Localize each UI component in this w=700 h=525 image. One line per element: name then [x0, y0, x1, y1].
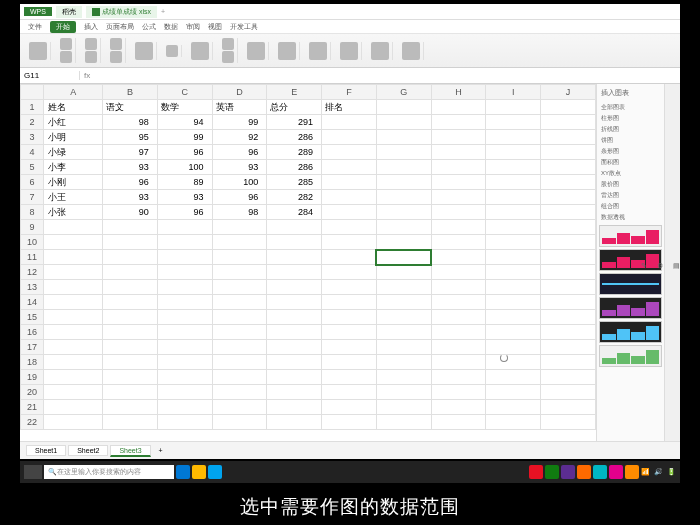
number-format-icon[interactable]: [166, 45, 178, 57]
cell[interactable]: [486, 400, 541, 415]
sort-icon[interactable]: [278, 42, 296, 60]
cell[interactable]: [212, 355, 267, 370]
cell[interactable]: [212, 370, 267, 385]
cell[interactable]: [431, 235, 486, 250]
cell[interactable]: [486, 295, 541, 310]
dock-tab[interactable]: ⚙: [656, 262, 664, 270]
cell[interactable]: [431, 250, 486, 265]
cell[interactable]: 94: [157, 115, 212, 130]
cell[interactable]: [44, 415, 103, 430]
cell[interactable]: [486, 100, 541, 115]
cell[interactable]: [157, 310, 212, 325]
ribbon-tab[interactable]: 插入: [84, 22, 98, 32]
cell[interactable]: [267, 385, 322, 400]
cell[interactable]: [541, 310, 596, 325]
cell[interactable]: [541, 130, 596, 145]
cell[interactable]: [486, 175, 541, 190]
cell[interactable]: [103, 280, 158, 295]
column-header[interactable]: D: [212, 85, 267, 100]
cell[interactable]: [431, 265, 486, 280]
cell[interactable]: [541, 100, 596, 115]
chart-category[interactable]: 面积图: [599, 157, 662, 168]
cell[interactable]: [431, 295, 486, 310]
cell[interactable]: 小张: [44, 205, 103, 220]
cell[interactable]: 99: [212, 115, 267, 130]
row-header[interactable]: 12: [21, 265, 44, 280]
cell[interactable]: 93: [103, 160, 158, 175]
cell[interactable]: [376, 280, 431, 295]
dock-tab[interactable]: ▤: [672, 262, 680, 270]
cell[interactable]: [376, 100, 431, 115]
cell[interactable]: [267, 325, 322, 340]
cell[interactable]: [44, 220, 103, 235]
cell[interactable]: [541, 400, 596, 415]
row-header[interactable]: 1: [21, 100, 44, 115]
chart-category[interactable]: 条形图: [599, 146, 662, 157]
cell[interactable]: [486, 250, 541, 265]
cell[interactable]: 排名: [322, 100, 377, 115]
tray-icon[interactable]: [529, 465, 543, 479]
cell[interactable]: 96: [212, 145, 267, 160]
paste-icon[interactable]: [29, 42, 47, 60]
ribbon-tab[interactable]: 开始: [50, 21, 76, 33]
cell[interactable]: [541, 385, 596, 400]
cell[interactable]: 97: [103, 145, 158, 160]
cell[interactable]: [44, 370, 103, 385]
italic-icon[interactable]: [85, 51, 97, 63]
cell[interactable]: [322, 145, 377, 160]
cell[interactable]: [376, 235, 431, 250]
cell[interactable]: [103, 400, 158, 415]
cell[interactable]: 291: [267, 115, 322, 130]
row-header[interactable]: 10: [21, 235, 44, 250]
column-header[interactable]: A: [44, 85, 103, 100]
cell[interactable]: [212, 235, 267, 250]
grid[interactable]: ABCDEFGHIJ 1姓名语文数学英语总分排名2小红9894992913小明9…: [20, 84, 596, 441]
chart-category[interactable]: XY散点: [599, 168, 662, 179]
cell[interactable]: [157, 265, 212, 280]
cell[interactable]: 90: [103, 205, 158, 220]
cell[interactable]: [376, 205, 431, 220]
cell[interactable]: [431, 190, 486, 205]
chart-thumb-line[interactable]: [599, 273, 662, 295]
cell[interactable]: [431, 175, 486, 190]
cell[interactable]: [431, 115, 486, 130]
cell[interactable]: [376, 130, 431, 145]
cell[interactable]: [44, 235, 103, 250]
column-header[interactable]: F: [322, 85, 377, 100]
cell[interactable]: [376, 340, 431, 355]
cell[interactable]: [267, 400, 322, 415]
chart-icon[interactable]: [371, 42, 389, 60]
cell[interactable]: [157, 415, 212, 430]
row-header[interactable]: 7: [21, 190, 44, 205]
ribbon-tab[interactable]: 数据: [164, 22, 178, 32]
cell[interactable]: [376, 400, 431, 415]
task-icon[interactable]: [192, 465, 206, 479]
cell[interactable]: [267, 355, 322, 370]
cell[interactable]: [103, 265, 158, 280]
cell[interactable]: [267, 265, 322, 280]
cell[interactable]: [486, 415, 541, 430]
chart-category[interactable]: 饼图: [599, 135, 662, 146]
row-header[interactable]: 9: [21, 220, 44, 235]
cell[interactable]: [267, 220, 322, 235]
cell[interactable]: [212, 295, 267, 310]
row-header[interactable]: 4: [21, 145, 44, 160]
cell[interactable]: [486, 280, 541, 295]
chart-thumb-bar-dark[interactable]: [599, 249, 662, 271]
cell[interactable]: 小绿: [44, 145, 103, 160]
row-header[interactable]: 5: [21, 160, 44, 175]
cell[interactable]: 99: [157, 130, 212, 145]
cell[interactable]: 96: [103, 175, 158, 190]
chart-category[interactable]: 折线图: [599, 124, 662, 135]
cell[interactable]: 小明: [44, 130, 103, 145]
cell[interactable]: [376, 355, 431, 370]
cell[interactable]: [212, 250, 267, 265]
cell[interactable]: [322, 235, 377, 250]
cell[interactable]: [103, 340, 158, 355]
cell[interactable]: [322, 415, 377, 430]
cell[interactable]: [541, 220, 596, 235]
chart-category[interactable]: 柱形图: [599, 113, 662, 124]
cell[interactable]: [267, 235, 322, 250]
battery-icon[interactable]: 🔋: [667, 468, 676, 476]
cell[interactable]: [541, 325, 596, 340]
